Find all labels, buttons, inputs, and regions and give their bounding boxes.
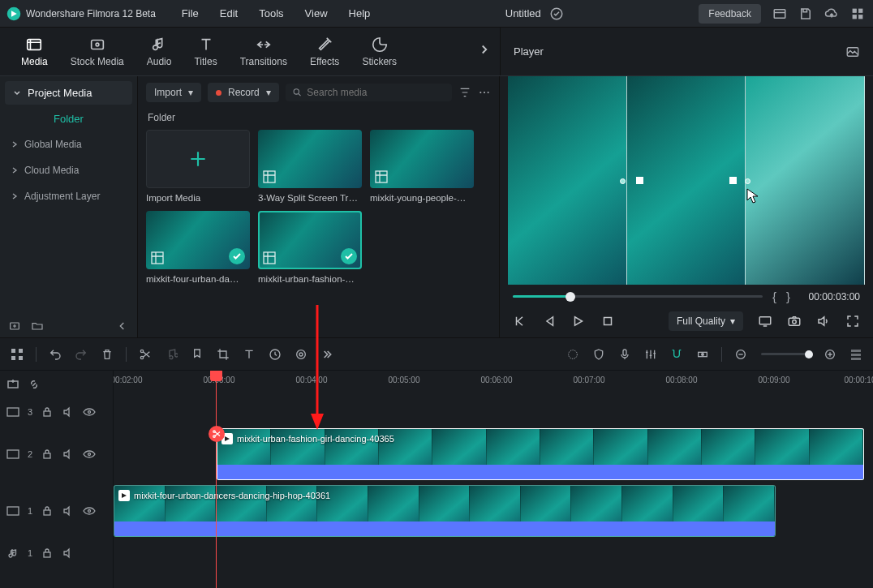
mark-out-button[interactable]: } [786,290,790,303]
color-icon[interactable] [290,344,312,365]
lock-icon[interactable] [41,547,54,560]
mixer-icon[interactable] [640,344,661,365]
seek-bar[interactable] [513,295,763,298]
thumb-card[interactable]: mixkit-urban-fashion-… [258,211,362,284]
cloud-upload-icon[interactable] [824,6,839,21]
prev-frame-icon[interactable] [513,314,527,328]
mute-icon[interactable] [62,547,75,560]
import-media-thumb[interactable] [146,130,250,188]
quality-dropdown[interactable]: Full Quality ▾ [669,311,743,331]
thumb-card[interactable]: mixkit-young-people-… [370,130,474,203]
volume-icon[interactable] [816,314,831,328]
shield-icon[interactable] [588,344,609,365]
split-region-3[interactable] [746,76,865,285]
play-backward-icon[interactable] [542,314,557,328]
mark-in-button[interactable]: { [772,290,776,303]
mute-icon[interactable] [62,448,75,461]
menu-file[interactable]: File [182,7,199,19]
speed-icon[interactable] [264,344,286,365]
lock-icon[interactable] [41,504,54,517]
delete-icon[interactable] [97,344,118,365]
layout-icon[interactable] [772,6,787,21]
lock-icon[interactable] [41,406,54,418]
tab-stickers[interactable]: Stickers [362,36,397,67]
mute-icon[interactable] [62,406,75,418]
sidebar-folder-active[interactable]: Folder [0,105,137,131]
resize-handle-icon[interactable] [636,177,643,184]
split-region-2[interactable] [627,76,746,285]
collapse-sidebar-icon[interactable] [116,320,129,333]
sidebar-head-project-media[interactable]: Project Media [5,81,132,105]
tabs-more-icon[interactable] [477,42,492,57]
add-track-icon[interactable] [6,378,19,391]
more-tools-icon[interactable] [316,344,338,365]
magnetic-icon[interactable] [666,344,687,365]
media-thumb[interactable] [370,130,474,188]
thumb-card[interactable]: mixkit-four-urban-da… [146,211,250,284]
render-icon[interactable] [562,344,583,365]
media-thumb[interactable] [258,130,362,188]
search-input[interactable] [307,87,445,98]
save-icon[interactable] [798,6,813,21]
track-v2[interactable]: mixkit-urban-fashion-girl-dancing-40365 [114,426,873,483]
sidebar-item-adjustment-layer[interactable]: Adjustment Layer [0,183,137,209]
import-dropdown[interactable]: Import ▾ [146,83,201,102]
stop-icon[interactable] [600,314,615,328]
track-head-v2[interactable]: 2 [0,426,113,483]
voiceover-icon[interactable] [614,344,635,365]
marker-icon[interactable] [187,344,208,365]
display-icon[interactable] [758,314,772,328]
menu-view[interactable]: View [305,7,328,19]
crop-icon[interactable] [213,344,234,365]
playhead-line[interactable] [216,371,217,588]
sidebar-item-global-media[interactable]: Global Media [0,131,137,157]
track-a1[interactable] [114,539,873,567]
new-bin-icon[interactable] [8,320,21,333]
track-head-v1[interactable]: 1 [0,483,113,539]
eye-icon[interactable] [83,448,96,461]
mute-icon[interactable] [62,504,75,517]
track-v1[interactable]: mixkit-four-urban-dancers-dancing-hip-ho… [114,483,873,539]
link-icon[interactable] [28,378,41,391]
fullscreen-icon[interactable] [845,314,860,328]
timeline-ruler[interactable]: 00:02:00 00:03:00 00:04:00 00:05:00 00:0… [114,371,873,398]
split-icon[interactable] [135,344,156,365]
media-thumb[interactable] [146,211,250,269]
camera-icon[interactable] [787,314,802,328]
zoom-knob[interactable] [805,350,813,358]
menu-help[interactable]: Help [349,7,371,19]
track-v3[interactable] [114,398,873,426]
clip-selected[interactable]: mixkit-urban-fashion-girl-dancing-40365 [217,428,864,480]
undo-icon[interactable] [45,344,66,365]
tab-audio[interactable]: Audio [147,36,172,67]
resize-handle-icon[interactable] [620,178,626,184]
split-region-1[interactable] [508,76,627,285]
feedback-button[interactable]: Feedback [699,4,761,24]
more-icon[interactable] [478,86,491,99]
media-thumb-selected[interactable] [258,211,362,269]
apps-grid-icon[interactable] [850,6,865,21]
tab-media[interactable]: Media [21,36,48,67]
tab-transitions[interactable]: Transitions [240,36,287,67]
tracks-area[interactable]: 00:02:00 00:03:00 00:04:00 00:05:00 00:0… [114,371,873,588]
menu-edit[interactable]: Edit [220,7,238,19]
zoom-slider[interactable] [761,353,810,355]
resize-handle-icon[interactable] [729,177,737,184]
eye-icon[interactable] [83,504,96,517]
folder-icon[interactable] [31,320,44,333]
eye-icon[interactable] [83,406,96,418]
resize-handle-icon[interactable] [745,178,750,184]
menu-tools[interactable]: Tools [259,7,283,19]
text-icon[interactable] [239,344,260,365]
lock-icon[interactable] [41,448,54,461]
track-head-v3[interactable]: 3 [0,398,113,426]
play-icon[interactable] [571,314,586,328]
track-head-a1[interactable]: 1 [0,539,113,567]
tab-titles[interactable]: Titles [194,36,217,67]
seek-knob[interactable] [566,292,575,302]
search-field-wrap[interactable] [286,84,452,101]
record-dropdown[interactable]: Record ▾ [208,83,279,102]
player-canvas[interactable] [508,76,865,285]
snapshot-icon[interactable] [845,45,860,59]
zoom-out-icon[interactable] [730,344,751,365]
